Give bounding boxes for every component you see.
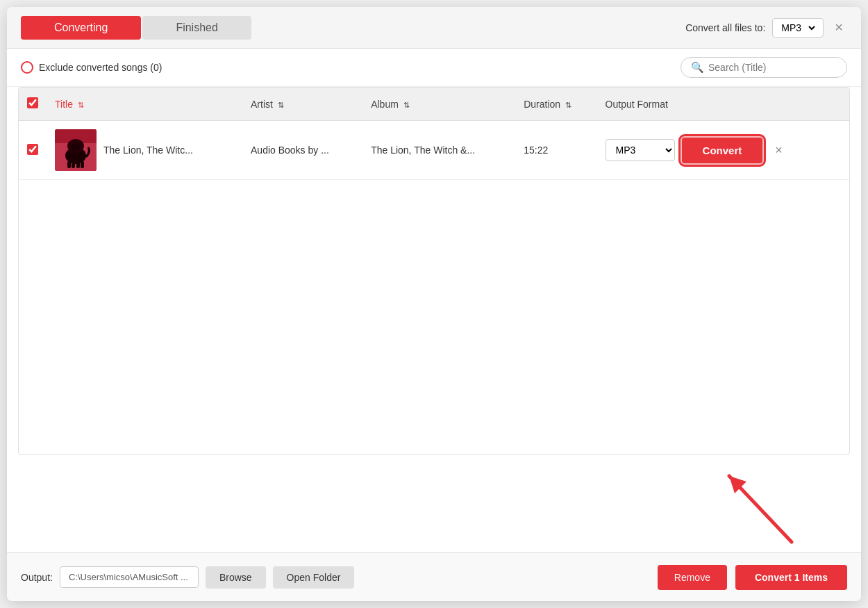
arrow-annotation bbox=[7, 455, 861, 552]
main-content: Exclude converted songs (0) 🔍 Title bbox=[7, 49, 861, 552]
header-checkbox[interactable] bbox=[27, 97, 38, 108]
tab-converting[interactable]: Converting bbox=[21, 16, 141, 40]
convert-all-label: Convert all files to: bbox=[685, 22, 765, 33]
exclude-label: Exclude converted songs (0) bbox=[39, 62, 162, 73]
search-input[interactable] bbox=[708, 62, 837, 73]
row-format-select[interactable]: MP3AACFLACWAV bbox=[606, 139, 675, 161]
tracks-table: Title ⇅ Artist ⇅ Album ⇅ Duration bbox=[19, 88, 849, 180]
svg-line-10 bbox=[729, 476, 792, 542]
artist-sort-icon: ⇅ bbox=[278, 101, 284, 110]
output-group: Output: C:\Users\micso\AMusicSoft ... Br… bbox=[21, 566, 354, 589]
col-header-duration[interactable]: Duration ⇅ bbox=[515, 88, 596, 121]
svg-marker-11 bbox=[729, 476, 746, 493]
row-thumb-cell: The Lion, The Witc... bbox=[47, 121, 242, 180]
close-button[interactable]: × bbox=[831, 18, 847, 37]
col-header-output-format: Output Format bbox=[597, 88, 849, 121]
album-art-svg bbox=[55, 129, 97, 171]
row-checkbox[interactable] bbox=[27, 144, 38, 155]
table-row: The Lion, The Witc... Audio Books by ...… bbox=[19, 121, 849, 180]
table-body: The Lion, The Witc... Audio Books by ...… bbox=[19, 121, 849, 180]
browse-button[interactable]: Browse bbox=[206, 566, 266, 589]
exclude-group: Exclude converted songs (0) bbox=[21, 61, 162, 74]
svg-rect-6 bbox=[67, 161, 71, 168]
row-convert-button[interactable]: Convert bbox=[682, 138, 763, 163]
remove-button[interactable]: Remove bbox=[658, 565, 727, 590]
row-delete-button[interactable]: × bbox=[769, 140, 788, 161]
exclude-radio[interactable] bbox=[21, 61, 33, 74]
title-sort-icon: ⇅ bbox=[78, 101, 84, 110]
row-checkbox-cell bbox=[19, 121, 47, 180]
duration-sort-icon: ⇅ bbox=[565, 101, 571, 110]
col-header-checkbox bbox=[19, 88, 47, 121]
convert-items-button[interactable]: Convert 1 Items bbox=[735, 565, 847, 590]
album-sort-icon: ⇅ bbox=[403, 101, 410, 110]
album-art-thumb bbox=[55, 129, 97, 171]
search-icon: 🔍 bbox=[691, 61, 704, 74]
row-format-cell: MP3AACFLACWAV Convert × bbox=[597, 121, 849, 180]
table-header-row: Title ⇅ Artist ⇅ Album ⇅ Duration bbox=[19, 88, 849, 121]
svg-rect-7 bbox=[72, 162, 75, 168]
svg-point-5 bbox=[72, 143, 80, 151]
tab-finished[interactable]: Finished bbox=[142, 16, 251, 40]
toolbar: Exclude converted songs (0) 🔍 bbox=[7, 49, 861, 87]
output-path: C:\Users\micso\AMusicSoft ... bbox=[60, 566, 199, 588]
svg-rect-9 bbox=[81, 161, 84, 168]
col-header-artist[interactable]: Artist ⇅ bbox=[242, 88, 362, 121]
svg-rect-8 bbox=[76, 162, 80, 168]
row-title: The Lion, The Witc... bbox=[103, 145, 193, 156]
header: Converting Finished Convert all files to… bbox=[7, 7, 861, 49]
footer-right: Remove Convert 1 Items bbox=[658, 565, 847, 590]
tab-group: Converting Finished bbox=[21, 16, 251, 40]
row-duration: 15:22 bbox=[515, 121, 596, 180]
header-right: Convert all files to: MP3 AAC FLAC WAV O… bbox=[685, 18, 847, 38]
format-select-wrap: MP3 AAC FLAC WAV OGG M4A bbox=[772, 18, 824, 38]
output-label: Output: bbox=[21, 572, 53, 583]
col-header-title[interactable]: Title ⇅ bbox=[47, 88, 242, 121]
col-header-album[interactable]: Album ⇅ bbox=[362, 88, 515, 121]
arrow-svg bbox=[708, 455, 819, 545]
table-wrap: Title ⇅ Artist ⇅ Album ⇅ Duration bbox=[18, 87, 850, 455]
row-album: The Lion, The Witch &... bbox=[362, 121, 515, 180]
row-artist: Audio Books by ... bbox=[242, 121, 362, 180]
search-wrap: 🔍 bbox=[681, 57, 847, 78]
open-folder-button[interactable]: Open Folder bbox=[273, 566, 355, 589]
format-select-all[interactable]: MP3 AAC FLAC WAV OGG M4A bbox=[778, 22, 817, 34]
footer: Output: C:\Users\micso\AMusicSoft ... Br… bbox=[7, 552, 861, 601]
